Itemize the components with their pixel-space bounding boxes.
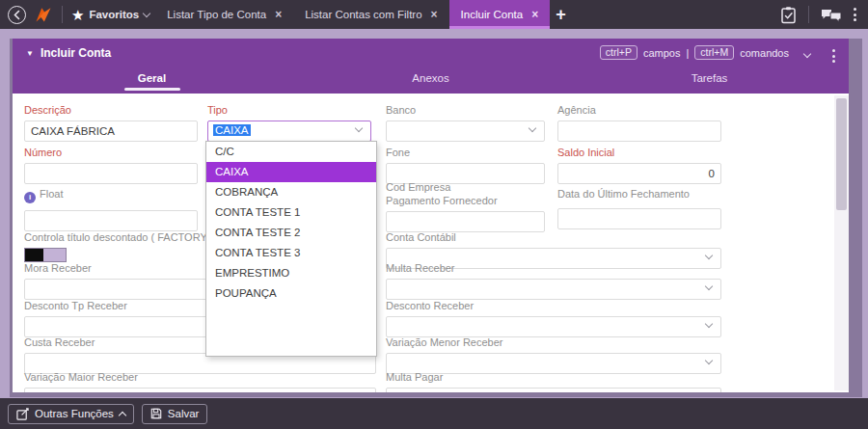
campos-label: campos	[643, 47, 681, 59]
salvar-button[interactable]: Salvar	[142, 404, 208, 424]
scrollbar-thumb[interactable]	[836, 98, 847, 210]
descricao-label: Descrição	[24, 104, 198, 118]
fone-label: Fone	[386, 147, 545, 160]
saldo-inicial-label: Saldo Inicial	[557, 147, 721, 160]
dropdown-option[interactable]: COBRANÇA	[206, 182, 376, 202]
app-logo-icon[interactable]	[34, 5, 53, 24]
field-float: iFloat	[24, 188, 198, 231]
field-tipo: Tipo CAIXA	[207, 104, 371, 142]
agencia-input[interactable]	[557, 121, 721, 142]
variacao-maior-receber-input[interactable]	[24, 388, 376, 392]
float-input[interactable]	[24, 210, 198, 231]
ctrl-p-keycap: ctrl+P	[600, 45, 637, 60]
field-desconto-receber: Desconto Receber	[386, 300, 721, 337]
chevron-down-icon	[705, 252, 713, 259]
field-variacao-maior-receber: Variação Maior Receber	[24, 371, 376, 392]
tab-geral[interactable]: Geral	[13, 68, 291, 94]
dropdown-option[interactable]: CONTA TESTE 2	[206, 223, 376, 243]
multa-receber-select[interactable]	[386, 279, 721, 300]
field-multa-pagar: Multa Pagar	[386, 371, 721, 392]
divider	[62, 6, 63, 23]
desconto-receber-label: Desconto Receber	[386, 300, 721, 313]
banco-select[interactable]	[386, 121, 545, 142]
clipboard-check-icon[interactable]	[780, 6, 797, 24]
tab-listar-contas-com-filtro[interactable]: Listar Contas com Filtro ×	[293, 0, 448, 29]
tipo-label: Tipo	[207, 104, 371, 118]
vertical-scrollbar[interactable]	[834, 95, 849, 390]
more-options-icon[interactable]	[852, 6, 858, 23]
app-window: ★ Favoritos Listar Tipo de Conta × Lista…	[0, 0, 868, 429]
chevron-down-icon	[529, 124, 536, 132]
panel-menu-icon[interactable]	[830, 47, 837, 65]
form-geral: Descrição Tipo CAIXA Banco Agência	[13, 94, 849, 392]
numero-input[interactable]	[24, 163, 198, 184]
outras-funcoes-button[interactable]: Outras Funções	[8, 404, 134, 424]
chevron-down-icon[interactable]	[804, 47, 810, 59]
dropdown-option[interactable]: EMPRESTIMO	[206, 263, 376, 283]
numero-label: Número	[24, 147, 198, 160]
top-bar: ★ Favoritos Listar Tipo de Conta × Lista…	[0, 0, 868, 29]
dropdown-option[interactable]: CONTA TESTE 3	[206, 243, 376, 263]
add-tab-button[interactable]: +	[556, 5, 566, 25]
tipo-select[interactable]: CAIXA	[207, 121, 371, 142]
data-ultimo-fechamento-label: Data do Último Fechamento	[557, 188, 721, 201]
collapse-icon: ▼	[26, 49, 34, 58]
back-button[interactable]	[8, 6, 26, 24]
active-tab-underline	[124, 88, 180, 91]
close-icon[interactable]: ×	[531, 8, 538, 21]
footer-bar: Outras Funções Salvar	[0, 398, 868, 429]
cod-empresa-input[interactable]	[386, 211, 545, 232]
tab-listar-tipo-de-conta[interactable]: Listar Tipo de Conta ×	[155, 0, 293, 29]
saldo-inicial-input[interactable]	[557, 163, 721, 184]
multa-pagar-input[interactable]	[386, 388, 721, 392]
save-icon	[150, 408, 162, 419]
desconto-receber-select[interactable]	[386, 316, 721, 337]
close-icon[interactable]: ×	[275, 8, 282, 21]
incluir-conta-panel: ▼ Incluir Conta ctrl+P campos | ctrl+M c…	[10, 39, 862, 397]
comandos-label: comandos	[740, 47, 789, 59]
star-icon: ★	[71, 8, 84, 22]
panel-tabs: Geral Anexos Tarefas	[13, 68, 849, 94]
cod-empresa-label: Cod Empresa Pagamento Fornecedor	[386, 181, 502, 208]
agencia-label: Agência	[557, 104, 721, 118]
field-fone: Fone	[386, 147, 545, 184]
field-data-ultimo-fechamento: Data do Último Fechamento	[557, 188, 721, 229]
tipo-selected-value: CAIXA	[213, 124, 251, 136]
toggle-knob	[25, 249, 43, 261]
info-icon[interactable]: i	[24, 192, 36, 203]
field-agencia: Agência	[557, 104, 721, 142]
controla-titulo-toggle[interactable]	[24, 248, 67, 262]
chevron-down-icon	[705, 320, 713, 328]
variacao-maior-receber-label: Variação Maior Receber	[24, 371, 376, 385]
tab-incluir-conta[interactable]: Incluir Conta ×	[449, 0, 551, 29]
tab-anexos[interactable]: Anexos	[291, 68, 570, 94]
panel-header: ▼ Incluir Conta ctrl+P campos | ctrl+M c…	[13, 39, 849, 94]
descricao-input[interactable]	[24, 121, 198, 142]
dropdown-option[interactable]: C/C	[206, 142, 376, 162]
dropdown-option[interactable]: POUPANÇA	[206, 283, 376, 304]
field-numero: Número	[24, 147, 198, 184]
chevron-down-icon	[705, 357, 713, 364]
field-variacao-menor-receber: Variação Menor Receber	[386, 336, 721, 374]
edit-icon	[16, 408, 29, 420]
chevron-down-icon	[355, 124, 363, 132]
chat-messages-icon[interactable]	[821, 7, 842, 22]
conta-contabil-label: Conta Contábil	[386, 231, 721, 245]
close-icon[interactable]: ×	[431, 8, 438, 21]
favorites-label: Favoritos	[89, 9, 139, 20]
shortcut-hints: ctrl+P campos | ctrl+M comandos	[600, 45, 810, 60]
multa-pagar-label: Multa Pagar	[386, 371, 721, 385]
variacao-menor-receber-label: Variação Menor Receber	[386, 336, 721, 350]
chevron-down-icon	[705, 282, 713, 290]
divider	[808, 6, 809, 23]
panel-title[interactable]: ▼ Incluir Conta	[26, 46, 111, 60]
arrow-left-icon	[12, 10, 22, 20]
favorites-menu[interactable]: ★ Favoritos	[71, 8, 149, 22]
field-descricao: Descrição	[24, 104, 198, 142]
dropdown-option-highlighted[interactable]: CAIXA	[206, 162, 376, 182]
tab-tarefas[interactable]: Tarefas	[570, 68, 849, 94]
dropdown-option[interactable]: CONTA TESTE 1	[206, 202, 376, 223]
tipo-dropdown-list: C/C CAIXA COBRANÇA CONTA TESTE 1 CONTA T…	[205, 141, 377, 357]
field-multa-receber: Multa Receber	[386, 262, 721, 300]
data-ultimo-fechamento-input[interactable]	[557, 208, 721, 229]
